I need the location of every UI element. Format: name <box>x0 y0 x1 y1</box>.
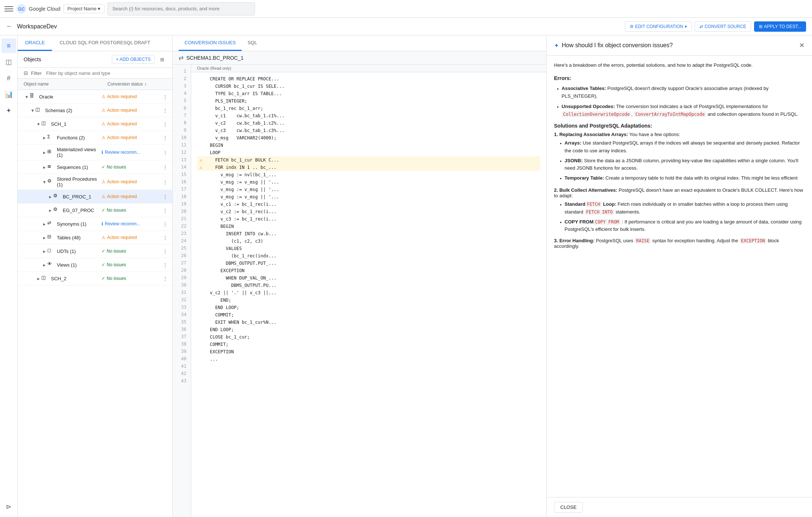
line-number: 19 <box>173 200 191 208</box>
code-line: BEGIN <box>197 142 540 149</box>
status-badge: ✓ No issues <box>102 164 161 170</box>
tree-item[interactable]: ▸⇄Synonyms (1) ℹ Review recomm... ⋮ <box>18 217 172 231</box>
sidebar-icon-home[interactable]: ≡ <box>1 38 16 53</box>
tab-conversion-issues[interactable]: CONVERSION ISSUES <box>179 35 242 51</box>
more-options-button[interactable]: ⋮ <box>161 92 169 101</box>
back-button[interactable]: ← <box>6 22 13 30</box>
errors-title: Errors: <box>554 75 805 81</box>
expand-icon[interactable]: ▾ <box>24 94 30 100</box>
more-options-button[interactable]: ⋮ <box>161 260 169 269</box>
expand-icon[interactable]: ▸ <box>47 194 53 199</box>
sidebar-icon-grid[interactable]: # <box>1 71 16 86</box>
filter-input[interactable] <box>46 70 166 76</box>
svg-text:GC: GC <box>18 7 25 12</box>
col-name-header: Object name <box>24 81 107 87</box>
code-line: v_msg := v_msg || '... <box>197 186 540 193</box>
more-options-button[interactable]: ⋮ <box>161 148 169 157</box>
code-line: BEGIN <box>197 223 540 230</box>
expand-icon[interactable]: ▸ <box>41 221 47 227</box>
close-footer-button[interactable]: CLOSE <box>554 502 583 513</box>
tab-oracle[interactable]: ORACLE <box>18 35 52 51</box>
expand-icon[interactable]: ▸ <box>41 235 47 240</box>
more-options-button[interactable]: ⋮ <box>161 106 169 115</box>
more-options-button[interactable]: ⋮ <box>161 247 169 256</box>
status-text: Action required <box>107 135 137 140</box>
expand-icon[interactable]: ▸ <box>41 135 47 140</box>
expand-icon[interactable]: ▸ <box>41 262 47 268</box>
tree-item[interactable]: ▸⊞Materialized views (1) ℹ Review recomm… <box>18 145 172 160</box>
nav-actions: ⚙ EDIT CONFIGURATION ▾ ⇄ CONVERT SOURCE … <box>625 21 806 32</box>
tree-item[interactable]: ▸≣Sequences (1) ✓ No issues ⋮ <box>18 160 172 174</box>
convert-source-button[interactable]: ⇄ CONVERT SOURCE <box>695 21 751 32</box>
tab-sql[interactable]: SQL <box>242 35 263 51</box>
more-options-button[interactable]: ⋮ <box>161 192 169 201</box>
gear-icon: ⚙ <box>630 24 634 29</box>
more-options-button[interactable]: ⋮ <box>161 177 169 186</box>
add-objects-button[interactable]: + ADD OBJECTS <box>112 55 155 64</box>
tree-item[interactable]: ▸ΣFunctions (2) ⚠ Action required ⋮ <box>18 131 172 145</box>
object-type-icon: ◻ <box>47 247 55 255</box>
expand-icon[interactable]: ▸ <box>41 149 47 155</box>
line-number: 10 <box>173 134 191 141</box>
code-text: WHEN DUP_VAL_ON_... <box>204 274 276 282</box>
code-line: v_c1 cw.bc_tab_1.c1%... <box>197 112 540 119</box>
expand-icon[interactable]: ▾ <box>30 107 35 113</box>
tree-item[interactable]: ▸⚙BC_PROC_1 ⚠ Action required ⋮ <box>18 190 172 204</box>
tree-item[interactable]: ▸⊟Tables (48) ⚠ Action required ⋮ <box>18 231 172 244</box>
tree-item[interactable]: ▸👁Views (1) ✓ No issues ⋮ <box>18 258 172 272</box>
tree-item[interactable]: ▸◻UDTs (1) ✓ No issues ⋮ <box>18 244 172 258</box>
more-options-button[interactable]: ⋮ <box>161 206 169 215</box>
more-options-button[interactable]: ⋮ <box>161 274 169 283</box>
sidebar-icon-layers[interactable]: ◫ <box>1 55 16 69</box>
code-text: EXCEPTION <box>204 348 234 355</box>
sort-icon[interactable]: ↕ <box>144 81 147 87</box>
more-options-button[interactable]: ⋮ <box>161 233 169 242</box>
tree-item[interactable]: ▸◫SCH_2 ✓ No issues ⋮ <box>18 272 172 285</box>
ai-content[interactable]: Here's a breakdown of the errors, potent… <box>547 56 812 497</box>
apply-icon: ⊞ <box>759 24 763 29</box>
code-line: LOOP <box>197 149 540 156</box>
line-number: 39 <box>173 348 191 355</box>
sidebar-icon-chart[interactable]: 📊 <box>1 87 16 102</box>
expand-icon[interactable]: ▸ <box>35 275 41 281</box>
search-input[interactable] <box>107 2 255 15</box>
code-text: bc_1_rec bc_1_arr; <box>204 105 263 112</box>
expand-icon[interactable]: ▾ <box>41 179 47 185</box>
tree-item[interactable]: ▾⚙Stored Procedures (1) ⚠ Action require… <box>18 174 172 190</box>
tree-item[interactable]: ▸⚙EG_07_PROC ✓ No issues ⋮ <box>18 204 172 217</box>
code-text: DBMS_OUTPUT.PUT_... <box>204 260 276 267</box>
expand-icon[interactable]: ▸ <box>47 207 53 213</box>
close-ai-button[interactable]: ✕ <box>799 41 805 49</box>
sidebar-icon-star[interactable]: ✦ <box>1 103 16 118</box>
more-options-button[interactable]: ⋮ <box>161 119 169 128</box>
status-badge: ⚠ Action required <box>102 194 161 199</box>
code-text: v_msg := v_msg || '... <box>204 186 279 193</box>
code-text: FOR indx IN 1 .. bc_... <box>204 164 276 171</box>
tree-item[interactable]: ▾◫Schemas (2) ⚠ Action required ⋮ <box>18 104 172 117</box>
expand-icon[interactable]: ▸ <box>41 248 47 254</box>
tab-cloud-sql[interactable]: CLOUD SQL FOR POSTGRESQL DRAFT <box>52 35 157 51</box>
code-text: v_c2 cw.bc_tab_1.c2%... <box>204 119 285 127</box>
more-options-button[interactable]: ⋮ <box>161 219 169 228</box>
more-options-button[interactable]: ⋮ <box>161 133 169 142</box>
code-line: v_msg := v_msg || '... <box>197 193 540 201</box>
tree-item[interactable]: ▾◫SCH_1 ⚠ Action required ⋮ <box>18 117 172 131</box>
apply-to-dest-button[interactable]: ⊞ APPLY TO DEST... <box>754 21 806 32</box>
status-badge: ✓ No issues <box>102 262 161 267</box>
line-number: 31 <box>173 289 191 296</box>
status-text: No issues <box>107 276 126 281</box>
expand-icon[interactable]: ▸ <box>41 164 47 170</box>
edit-config-button[interactable]: ⚙ EDIT CONFIGURATION ▾ <box>625 21 692 32</box>
project-selector[interactable]: Project Name ▾ <box>63 4 105 13</box>
more-options-button[interactable]: ⋮ <box>161 163 169 171</box>
bullet-dot: • <box>557 104 559 118</box>
sidebar-icon-expand[interactable]: ⊳ <box>1 499 16 514</box>
menu-button[interactable] <box>4 4 13 13</box>
line-number: 41 <box>173 362 191 370</box>
expand-icon[interactable]: ▾ <box>35 121 41 127</box>
objects-options-icon[interactable]: ⊞ <box>158 55 166 64</box>
solution-option: •Arrays: Use standard PostgreSQL arrays … <box>554 139 805 155</box>
sub-bullet-dot: • <box>560 201 562 216</box>
solutions-title: Solutions and PostgreSQL Adaptations: <box>554 123 805 129</box>
tree-item[interactable]: ▾🗄Oracle ⚠ Action required ⋮ <box>18 90 172 104</box>
